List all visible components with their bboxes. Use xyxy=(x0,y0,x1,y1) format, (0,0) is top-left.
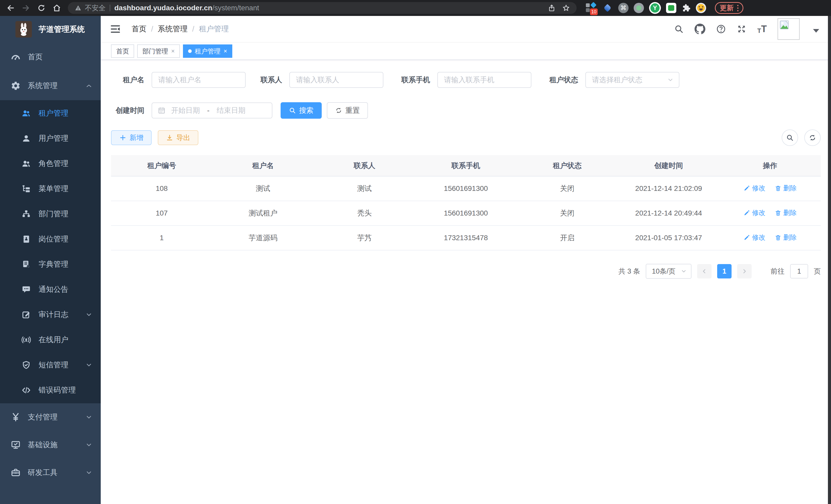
browser-reload-icon[interactable] xyxy=(37,4,46,12)
tenant-name-input[interactable] xyxy=(152,72,246,88)
tab-dept[interactable]: 部门管理 × xyxy=(137,45,180,58)
date-separator: - xyxy=(207,106,209,115)
cell-created: 2021-12-14 21:02:09 xyxy=(618,176,719,201)
sidebar-item-label: 短信管理 xyxy=(38,360,68,370)
extension-kite-icon[interactable] xyxy=(602,2,613,13)
delete-link[interactable]: 删除 xyxy=(775,208,797,217)
code-icon xyxy=(22,386,31,395)
chevron-up-icon xyxy=(85,82,92,89)
sidebar-item-menu[interactable]: 菜单管理 xyxy=(0,176,101,201)
fullscreen-icon[interactable] xyxy=(737,24,746,34)
browser-forward-icon[interactable] xyxy=(22,4,30,12)
total-count: 共 3 条 xyxy=(619,267,640,276)
status-select[interactable]: 请选择租户状态 xyxy=(585,72,679,88)
extension-grid-icon[interactable]: 10 xyxy=(585,2,597,13)
edit-link[interactable]: 修改 xyxy=(743,184,766,192)
sidebar-item-home[interactable]: 首页 xyxy=(0,42,101,71)
tab-tenant[interactable]: 租户管理 × xyxy=(183,45,232,58)
page-content: 租户名 联系人 联系手机 租户状态 请选择租户状态 创建时间 开始日期 - xyxy=(101,60,831,504)
share-icon[interactable] xyxy=(548,4,555,12)
delete-link[interactable]: 删除 xyxy=(775,184,797,192)
sidebar-item-notice[interactable]: 通知公告 xyxy=(0,277,101,302)
cell-id: 1 xyxy=(111,226,212,250)
cell-created: 2021-12-14 20:49:44 xyxy=(618,201,719,226)
close-icon[interactable]: × xyxy=(224,48,227,55)
edit-link[interactable]: 修改 xyxy=(743,233,766,242)
sidebar-item-auditlog[interactable]: 审计日志 xyxy=(0,302,101,327)
browser-home-icon[interactable] xyxy=(52,4,61,12)
reset-button[interactable]: 重置 xyxy=(327,102,368,119)
gear-icon xyxy=(11,81,21,91)
extension-dot-icon[interactable] xyxy=(634,3,644,13)
sidebar-item-system[interactable]: 系统管理 xyxy=(0,71,101,100)
app-logo xyxy=(16,21,32,37)
start-date-placeholder[interactable]: 开始日期 xyxy=(171,106,200,115)
sidebar-item-dept[interactable]: 部门管理 xyxy=(0,201,101,227)
goto-page-input[interactable] xyxy=(790,264,808,278)
delete-label: 删除 xyxy=(783,233,797,242)
font-size-icon[interactable]: TT xyxy=(757,24,767,34)
chevron-down-icon xyxy=(85,441,92,448)
add-button[interactable]: 新增 xyxy=(111,130,152,145)
browser-menu-icon[interactable] xyxy=(737,5,739,11)
chrome-update-button[interactable]: 更新 xyxy=(715,2,743,14)
help-icon[interactable] xyxy=(716,24,726,34)
prev-page-button[interactable] xyxy=(697,264,712,278)
breadcrumb-separator: / xyxy=(151,25,153,33)
extension-emoji-icon[interactable] xyxy=(696,3,706,13)
export-button[interactable]: 导出 xyxy=(158,130,198,145)
refresh-table-button[interactable] xyxy=(804,129,821,146)
extension-y-icon[interactable]: Y xyxy=(649,2,661,14)
sidebar-item-label: 岗位管理 xyxy=(38,234,68,244)
cell-contact: 秃头 xyxy=(314,201,415,226)
toggle-search-button[interactable] xyxy=(782,129,798,146)
sidebar-item-online[interactable]: 在线用户 xyxy=(0,327,101,352)
extension-chat-icon[interactable] xyxy=(666,3,676,13)
sidebar-fold-icon[interactable] xyxy=(110,24,121,34)
github-icon[interactable] xyxy=(694,24,705,34)
avatar[interactable] xyxy=(778,18,800,40)
date-range-input[interactable]: 开始日期 - 结束日期 xyxy=(152,102,273,118)
extension-command-icon[interactable]: ⌘ xyxy=(618,3,629,13)
sidebar-item-dict[interactable]: 字典管理 xyxy=(0,252,101,277)
end-date-placeholder[interactable]: 结束日期 xyxy=(217,106,246,115)
avatar-caret-icon[interactable] xyxy=(813,29,819,36)
edit-link[interactable]: 修改 xyxy=(743,208,766,217)
sidebar-item-errcode[interactable]: 错误码管理 xyxy=(0,378,101,403)
page-size-select[interactable]: 10条/页 xyxy=(646,264,691,279)
breadcrumb-section[interactable]: 系统管理 xyxy=(158,24,188,34)
sidebar-item-role[interactable]: 角色管理 xyxy=(0,151,101,176)
breadcrumb-home[interactable]: 首页 xyxy=(132,24,146,34)
extensions-puzzle-icon[interactable] xyxy=(682,3,691,12)
filter-row-2: 创建时间 开始日期 - 结束日期 搜索 重置 xyxy=(111,102,821,119)
close-icon[interactable]: × xyxy=(171,48,175,55)
sidebar-item-sms[interactable]: 短信管理 xyxy=(0,352,101,378)
broken-image-icon xyxy=(779,20,790,30)
browser-back-icon[interactable] xyxy=(6,4,15,12)
search-button[interactable]: 搜索 xyxy=(281,102,322,119)
app-logo-row[interactable]: 芋道管理系统 xyxy=(0,16,101,42)
tab-home[interactable]: 首页 xyxy=(111,45,134,58)
active-dot xyxy=(188,49,192,53)
address-bar[interactable]: 不安全 dashboard.yudao.iocoder.cn/system/te… xyxy=(68,2,577,14)
sidebar-item-pay[interactable]: 支付管理 xyxy=(0,403,101,431)
sidebar-item-devtool[interactable]: 研发工具 xyxy=(0,459,101,486)
sidebar-item-infra[interactable]: 基础设施 xyxy=(0,431,101,459)
breadcrumb-current: 租户管理 xyxy=(199,24,229,34)
sidebar-item-user[interactable]: 用户管理 xyxy=(0,126,101,151)
security-label[interactable]: 不安全 xyxy=(85,3,106,12)
edit-label: 修改 xyxy=(752,208,766,217)
contact-input[interactable] xyxy=(289,72,383,88)
bookmark-star-icon[interactable] xyxy=(562,4,570,12)
current-page-button[interactable]: 1 xyxy=(717,264,732,278)
search-icon[interactable] xyxy=(674,24,684,34)
breadcrumb: 首页 / 系统管理 / 租户管理 xyxy=(132,24,229,34)
next-page-button[interactable] xyxy=(737,264,752,278)
sidebar-item-tenant[interactable]: 租户管理 xyxy=(0,101,101,126)
sidebar-item-post[interactable]: 岗位管理 xyxy=(0,227,101,252)
mobile-input[interactable] xyxy=(437,72,532,88)
cell-id: 107 xyxy=(111,201,212,226)
url-text[interactable]: dashboard.yudao.iocoder.cn/system/tenant xyxy=(114,4,259,12)
delete-link[interactable]: 删除 xyxy=(775,233,797,242)
tenant-name-label: 租户名 xyxy=(111,75,144,85)
